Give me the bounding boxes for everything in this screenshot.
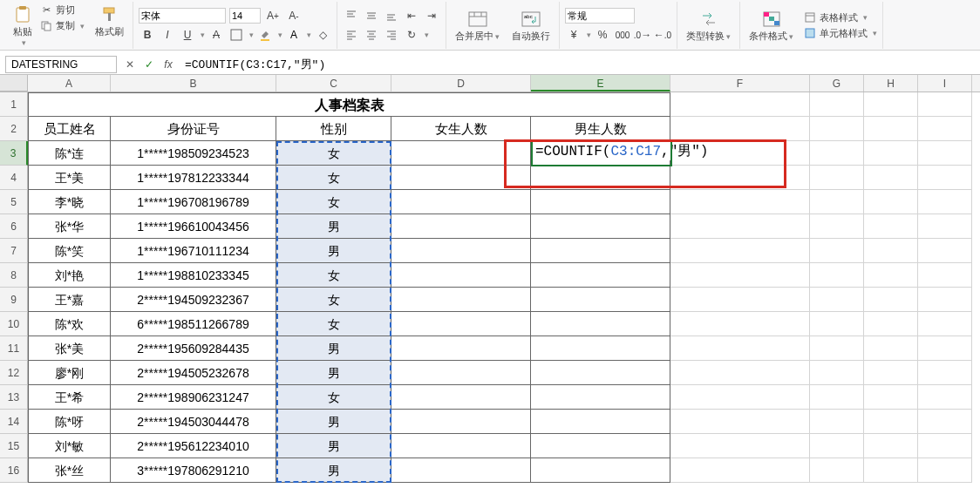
cell[interactable] [391,361,531,385]
cell[interactable] [531,141,670,166]
format-painter-button[interactable]: 格式刷 [92,3,127,40]
cell[interactable] [391,239,531,263]
align-left-button[interactable] [343,27,360,43]
align-right-button[interactable] [383,27,400,43]
copy-button[interactable]: 复制▾ [40,18,85,34]
cell[interactable] [531,288,670,312]
table-style-button[interactable]: 表格样式▾ [804,10,877,25]
cell[interactable]: 陈*连 [28,141,111,166]
cell[interactable]: 1*****196708196789 [111,190,276,214]
header-cell[interactable]: 身份证号 [111,117,276,141]
align-middle-button[interactable] [363,8,380,24]
cell[interactable] [864,214,918,239]
cell[interactable] [918,336,972,361]
cell[interactable] [918,361,972,385]
cell[interactable]: 王*美 [28,166,111,190]
cell[interactable] [864,312,918,336]
cell[interactable] [864,458,918,483]
italic-button[interactable]: I [159,27,176,43]
cell[interactable] [531,434,670,458]
cell[interactable] [918,166,972,190]
cell[interactable] [670,214,810,239]
merge-center-button[interactable]: 合并居中▾ [452,7,503,44]
cell-style-button[interactable]: 单元格样式▾ [804,25,877,41]
cell[interactable] [810,410,864,434]
cell[interactable] [864,336,918,361]
cell[interactable]: 李*晓 [28,190,111,214]
cell[interactable] [810,312,864,336]
cell[interactable] [670,263,810,288]
cell[interactable] [531,312,670,336]
cell[interactable] [810,288,864,312]
cell[interactable]: 1*****198509234523 [111,141,276,166]
cut-button[interactable]: ✂ 剪切 [40,3,85,18]
cell[interactable] [531,361,670,385]
cell[interactable]: 2*****195612234010 [111,434,276,458]
cell[interactable] [810,190,864,214]
cell[interactable]: 1*****197812233344 [111,166,276,190]
align-top-button[interactable] [343,8,360,24]
cell[interactable] [531,214,670,239]
cell[interactable] [391,263,531,288]
cell[interactable] [670,239,810,263]
cell[interactable]: 6*****198511266789 [111,312,276,336]
comma-button[interactable]: 000 [614,27,631,43]
orientation-button[interactable]: ↻ [403,27,420,43]
fx-button[interactable]: fx [160,57,176,72]
title-cell[interactable]: 人事档案表 [28,92,670,117]
align-bottom-button[interactable] [383,8,400,24]
cell[interactable] [864,239,918,263]
col-header[interactable]: C [276,75,391,92]
cell[interactable]: 3*****197806291210 [111,458,276,483]
cell[interactable] [670,141,810,166]
align-center-button[interactable] [363,27,380,43]
cell[interactable] [531,385,670,410]
cell[interactable] [918,288,972,312]
decrease-indent-button[interactable]: ⇤ [403,8,420,24]
cell[interactable] [918,410,972,434]
cell[interactable] [391,410,531,434]
cell[interactable] [918,141,972,166]
col-header[interactable]: D [391,75,531,92]
cell[interactable] [531,190,670,214]
cell[interactable]: 男 [276,361,391,385]
font-color-button[interactable]: A [285,27,303,43]
cell[interactable]: 女 [276,288,391,312]
cell[interactable] [531,263,670,288]
cell[interactable]: 廖*刚 [28,361,111,385]
cell[interactable]: 2*****194505232678 [111,361,276,385]
cell[interactable] [391,166,531,190]
cell[interactable]: 2*****194503044478 [111,410,276,434]
col-header[interactable]: A [28,75,111,92]
cell[interactable] [391,190,531,214]
header-cell[interactable]: 性别 [276,117,391,141]
select-all-corner[interactable] [0,75,28,92]
cell[interactable]: 男 [276,458,391,483]
cell[interactable] [864,263,918,288]
cell[interactable] [531,336,670,361]
percent-button[interactable]: % [594,27,611,43]
cell[interactable]: 女 [276,190,391,214]
cell[interactable]: 1*****196710111234 [111,239,276,263]
cell[interactable]: 1*****196610043456 [111,214,276,239]
cell[interactable]: 男 [276,434,391,458]
cell[interactable] [391,336,531,361]
cell[interactable] [670,410,810,434]
cell[interactable] [810,458,864,483]
cell[interactable]: 1*****198810233345 [111,263,276,288]
cell[interactable]: 男 [276,214,391,239]
cell[interactable]: 男 [276,239,391,263]
cell[interactable] [531,239,670,263]
cell[interactable] [670,312,810,336]
cell[interactable] [810,166,864,190]
cell[interactable]: 王*嘉 [28,288,111,312]
col-header[interactable]: I [918,75,972,92]
cell[interactable] [391,434,531,458]
cell[interactable]: 张*华 [28,214,111,239]
col-header[interactable]: B [111,75,276,92]
cell[interactable] [670,434,810,458]
cell[interactable] [864,361,918,385]
cell[interactable] [670,361,810,385]
cell[interactable] [810,336,864,361]
cell[interactable] [918,434,972,458]
